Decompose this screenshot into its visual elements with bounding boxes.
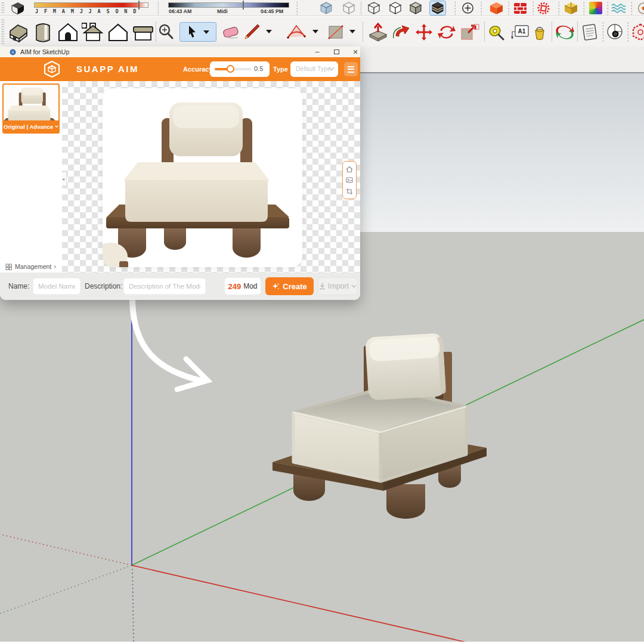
compass-plugin-icon[interactable] [636,1,644,15]
house-outline-icon[interactable] [106,20,130,44]
notepad-icon[interactable] [580,23,600,42]
zoom-tool-icon[interactable] [156,23,175,41]
rectangle-dropdown[interactable] [349,30,355,33]
pencil-dropdown[interactable] [266,30,272,33]
results-sidebar: Original | Advance Management › [0,81,62,273]
shadow-month-slider-handle[interactable] [138,1,140,10]
shadow-toggle-icon[interactable] [10,1,26,15]
plus-circle-icon[interactable] [460,1,475,15]
waves-plugin-icon[interactable] [611,1,626,15]
toolbar-drag-handle[interactable] [1,2,4,14]
minimize-button[interactable]: – [309,47,325,57]
shadow-time-slider-handle[interactable] [243,1,244,10]
hamburger-icon [348,66,354,67]
suapp-logo [43,61,61,78]
brick-wall-plugin-icon[interactable] [513,1,528,15]
tape-measure-tool-icon[interactable] [487,24,506,42]
accuracy-slider[interactable]: 0.5 [210,61,270,77]
thumbnail-mode-selector[interactable]: Original | Advance [4,120,58,132]
accuracy-knob[interactable] [227,65,234,73]
close-button[interactable]: × [348,47,360,57]
image-mini-toolbar [342,161,357,199]
shaded-style-icon[interactable] [408,1,423,15]
description-label: Description: [85,282,122,290]
chair-model-3d[interactable] [262,323,507,526]
house-dormer-icon[interactable] [81,20,105,44]
home-icon[interactable] [346,166,353,173]
back-edges-style-icon[interactable] [366,1,382,15]
result-thumbnail[interactable]: Original | Advance [2,83,60,134]
select-tool-button[interactable] [179,22,216,42]
type-select[interactable]: Default Type [290,61,338,77]
rotate-tool-icon[interactable] [436,23,457,42]
pencil-tool-icon[interactable] [242,23,261,42]
text-tool-icon[interactable]: A1 [510,24,530,42]
aim-dialog[interactable]: AIM for SketchUp – × SUAPP AIM Accuracy … [0,47,360,300]
generated-image-card[interactable] [103,88,302,267]
mod-unit: Mod [243,282,257,290]
orange-cube-plugin-icon[interactable] [489,1,504,15]
eraser-tool-icon[interactable] [222,24,242,41]
shadow-time-slider[interactable] [168,2,289,8]
push-pull-tool-icon[interactable] [367,23,389,42]
dialog-footer: Name: Description: 249 Mod Create Import [0,273,360,300]
dialog-title-bar[interactable]: AIM for SketchUp – × [0,47,360,57]
collapse-arrow-icon: ◂ [62,177,64,182]
crop-icon[interactable] [346,188,353,195]
thumbnail-mode-label: Original | Advance [4,123,53,130]
xray-style-icon[interactable] [318,1,334,15]
follow-me-tool-icon[interactable] [391,23,412,42]
arc-tool-icon[interactable] [285,23,308,42]
description-input[interactable] [123,278,206,295]
house-3d-icon[interactable] [6,20,30,44]
brand-title: SUAPP AIM [76,64,139,74]
house-flat-roof-icon[interactable] [131,20,155,44]
textured-style-icon[interactable] [429,1,446,16]
maximize-button[interactable] [329,47,344,57]
import-arrow-icon [319,283,326,290]
sketchup-window: J F M A M J J A S O N D 06:43 AM Midi 04… [0,0,644,644]
chair-image [103,88,302,267]
grid-icon [5,264,12,270]
red-axis-negative [0,534,132,565]
mod-count: 249 [228,282,241,291]
hexagon-plugin-icon[interactable] [631,23,644,42]
rectangle-tool-icon[interactable] [327,24,345,41]
rainbow-swatch-plugin-icon[interactable] [588,1,603,15]
maximize-icon [334,49,339,54]
time-start-label: 06:43 AM [169,8,191,14]
management-button[interactable]: Management › [1,261,61,272]
scale-tool-icon[interactable] [459,23,481,42]
red-axis [132,565,469,643]
app-icon [10,49,16,55]
arc-dropdown[interactable] [312,30,318,33]
toolbar-drag-handle-2[interactable] [1,18,4,45]
move-tool-icon[interactable] [413,23,435,42]
menu-button[interactable] [344,62,358,76]
create-button[interactable]: Create [265,277,314,295]
name-input[interactable] [33,278,80,295]
house-cylinder-icon[interactable] [31,20,55,44]
house-door-icon[interactable] [56,20,80,44]
shadow-month-slider[interactable] [34,2,148,8]
camera-position-icon[interactable] [605,23,625,42]
chevron-down-icon [55,125,58,128]
name-label: Name: [8,282,29,290]
orbit-tool-icon[interactable] [554,23,575,42]
dotted-gear-plugin-icon[interactable] [536,1,551,15]
hidden-line-style-icon[interactable] [388,1,403,15]
transparency-canvas: ◂ [62,81,360,273]
select-tool-dropdown[interactable] [203,30,209,34]
toolbar-tools: A1 [0,17,644,47]
create-label: Create [283,282,306,291]
chevron-down-icon [329,67,335,71]
import-button[interactable]: Import [318,277,358,295]
annotation-arrow [107,295,227,402]
paint-bucket-tool-icon[interactable] [532,24,547,42]
wireframe-style-icon[interactable] [341,1,357,15]
yellow-cube-plugin-icon[interactable] [564,1,578,15]
dialog-title: AIM for SketchUp [20,48,69,55]
image-icon[interactable] [346,177,353,184]
toolbar-shadows-styles: J F M A M J J A S O N D 06:43 AM Midi 04… [0,0,644,16]
select-cursor-icon [187,25,197,39]
